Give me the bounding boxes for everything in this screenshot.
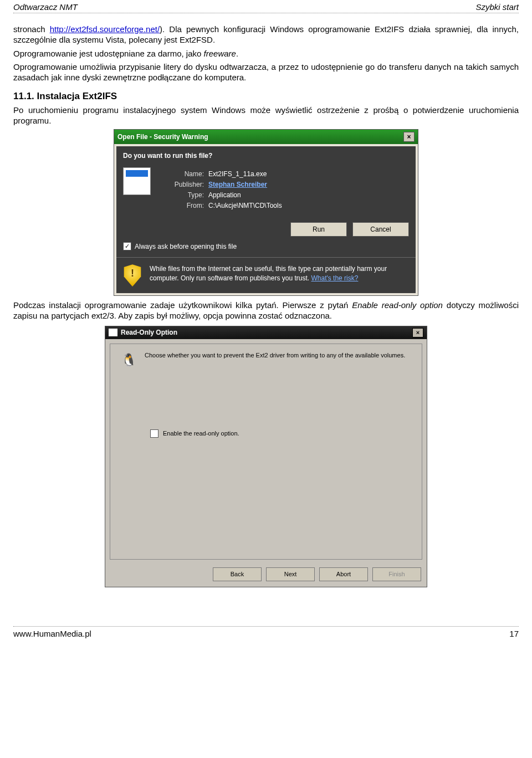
always-ask-checkbox[interactable]: ✓ [123, 242, 131, 250]
read-only-label: Enable the read-only option. [163, 430, 239, 437]
para-5i: Enable read-only option [352, 300, 443, 310]
para-4: Po uruchomieniu programu instalacyjnego … [13, 105, 519, 126]
footer-left: www.HumanMedia.pl [13, 629, 91, 638]
publisher-link[interactable]: Stephan Schreiber [208, 181, 267, 188]
close-icon[interactable]: × [403, 132, 415, 142]
dialog1-title: Open File - Security Warning [117, 133, 208, 141]
dialog1-question: Do you want to run this file? [123, 152, 409, 160]
dialog2-title: Read-Only Option [121, 329, 177, 336]
para-1a: stronach [13, 24, 50, 34]
para-2: Oprogramowanie jest udostępniane za darm… [13, 49, 519, 59]
penguin-icon: 🐧 [119, 352, 138, 368]
next-button[interactable]: Next [266, 567, 315, 581]
run-button[interactable]: Run [290, 222, 347, 237]
abort-button[interactable]: Abort [319, 567, 368, 581]
dialog2-intro-text: Choose whether you want to prevent the E… [145, 352, 405, 368]
para-2a: Oprogramowanie jest udostępniane za darm… [13, 49, 204, 58]
close-icon[interactable]: × [412, 328, 423, 337]
name-label: Name: [160, 170, 204, 178]
finish-button: Finish [372, 567, 421, 581]
para-2i: freeware [204, 49, 236, 58]
para-5: Podczas instalacji oprogramowanie zadaje… [13, 300, 519, 321]
header-right: Szybki start [475, 2, 519, 12]
footer-right: 17 [509, 629, 519, 638]
para-5a: Podczas instalacji oprogramowanie zadaje… [13, 300, 352, 310]
para-2b: . [236, 49, 238, 58]
header-left: Odtwarzacz NMT [13, 2, 78, 12]
shield-icon [123, 264, 142, 286]
name-value: Ext2IFS_1_11a.exe [208, 170, 267, 178]
read-only-option-dialog: Read-Only Option × 🐧 Choose whether you … [105, 326, 427, 587]
para-3: Oprogramowanie umożliwia przypisanie lit… [13, 62, 519, 83]
from-label: From: [160, 202, 204, 209]
whats-the-risk-link[interactable]: What's the risk? [311, 274, 358, 282]
application-icon [123, 167, 151, 195]
security-warning-dialog: Open File - Security Warning × Do you wa… [114, 129, 418, 296]
dialog2-title-icon [109, 329, 117, 336]
type-label: Type: [160, 191, 204, 199]
always-ask-label: Always ask before opening this file [135, 243, 237, 250]
para-1: stronach http://ext2fsd.sourceforge.net/… [13, 24, 519, 45]
section-heading: 11.1. Instalacja Ext2IFS [13, 91, 519, 102]
read-only-checkbox[interactable] [150, 429, 158, 438]
publisher-label: Publisher: [160, 181, 204, 188]
from-value: C:\Aukcje\NMT\CD\Tools [208, 202, 282, 209]
back-button[interactable]: Back [213, 567, 262, 581]
type-value: Application [208, 191, 241, 199]
cancel-button[interactable]: Cancel [352, 222, 409, 237]
ext2fsd-link[interactable]: http://ext2fsd.sourceforge.net/ [50, 24, 160, 34]
